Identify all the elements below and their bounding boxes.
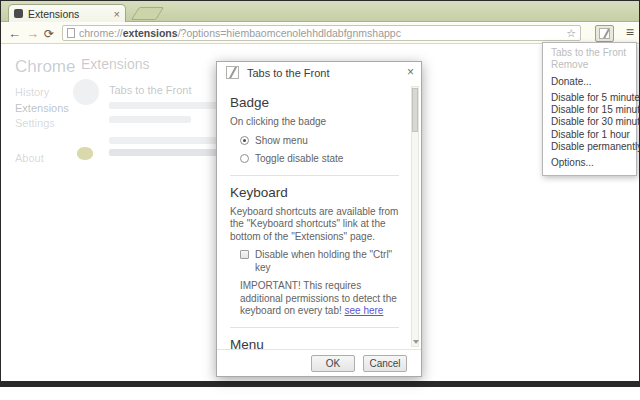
tabs-to-front-icon	[226, 66, 239, 79]
dialog-footer: OK Cancel	[217, 349, 421, 376]
page-icon	[67, 28, 75, 38]
radio-toggle-label: Toggle disable state	[255, 153, 343, 166]
menu-item-donate[interactable]: Donate...	[543, 76, 636, 88]
menu-item-disable-15min[interactable]: Disable for 15 minutes	[543, 104, 636, 116]
badge-section-heading: Badge	[230, 95, 399, 110]
extensions-favicon-icon	[14, 9, 23, 18]
tabs-to-front-icon	[599, 28, 610, 39]
menu-item-options[interactable]: Options...	[543, 157, 636, 169]
checkbox-icon[interactable]	[240, 250, 249, 259]
chrome-menu-icon[interactable]: ≡	[626, 24, 634, 40]
menu-item-extension-title: Tabs to the Front	[543, 47, 636, 59]
url-host: extensions	[123, 27, 178, 39]
sidebar-item-history[interactable]: History	[15, 86, 49, 98]
extension-icon	[73, 79, 99, 105]
radio-toggle-disable[interactable]: Toggle disable state	[240, 153, 399, 166]
checkbox-disable-ctrl[interactable]: Disable when holding the "Ctrl" key	[240, 249, 399, 274]
sidebar-item-extensions[interactable]: Extensions	[15, 102, 69, 114]
radio-icon[interactable]	[240, 154, 249, 163]
dialog-title: Tabs to the Front	[247, 67, 330, 79]
dialog-body: Badge On clicking the badge Show menu To…	[217, 84, 421, 349]
menu-item-disable-1hour[interactable]: Disable for 1 hour	[543, 129, 636, 141]
section-divider	[230, 175, 399, 176]
badge-label: On clicking the badge	[230, 116, 399, 129]
sidebar-title: Chrome	[15, 57, 75, 77]
options-dialog: Tabs to the Front × Badge On clicking th…	[216, 61, 422, 377]
menu-item-disable-5min[interactable]: Disable for 5 minutes	[543, 92, 636, 104]
menu-item-remove[interactable]: Remove	[543, 59, 636, 71]
sidebar-item-about[interactable]: About	[15, 152, 44, 164]
menu-item-disable-permanently[interactable]: Disable permanently	[543, 141, 636, 153]
section-divider	[230, 327, 399, 328]
scrollbar-thumb[interactable]	[412, 88, 418, 132]
menu-section-heading: Menu	[230, 337, 399, 350]
browser-toolbar: ← → ⟳ chrome://extensions/?options=hiemb…	[1, 23, 639, 44]
tab-title: Extensions	[28, 8, 114, 20]
url-text[interactable]: chrome://extensions/?options=hiembaomcen…	[79, 27, 562, 39]
cancel-button[interactable]: Cancel	[363, 355, 407, 372]
keyboard-section-heading: Keyboard	[230, 185, 399, 200]
new-tab-button[interactable]	[131, 7, 164, 20]
faded-text-line	[109, 149, 231, 156]
radio-show-menu[interactable]: Show menu	[240, 135, 399, 148]
see-here-link[interactable]: see here	[345, 305, 384, 316]
tab-extensions[interactable]: Extensions ×	[8, 4, 126, 22]
back-icon[interactable]: ←	[8, 25, 21, 42]
reload-icon[interactable]: ⟳	[44, 26, 54, 43]
dialog-scrollbar[interactable]	[411, 86, 419, 347]
menu-item-disable-30min[interactable]: Disable for 30 minutes	[543, 116, 636, 128]
url-scheme: chrome://	[79, 27, 123, 39]
dialog-header: Tabs to the Front ×	[217, 62, 421, 84]
sidebar-item-settings[interactable]: Settings	[15, 117, 55, 129]
bookmark-star-icon[interactable]: ☆	[566, 27, 576, 40]
radio-icon[interactable]	[240, 136, 249, 145]
close-icon[interactable]: ×	[407, 65, 414, 79]
keyboard-important-note: IMPORTANT! This requires additional perm…	[240, 280, 399, 318]
forward-icon[interactable]: →	[26, 25, 39, 42]
page-title: Extensions	[81, 56, 149, 72]
ok-button[interactable]: OK	[311, 355, 355, 372]
tab-strip: Extensions ×	[1, 1, 639, 22]
browser-window: Extensions × ← → ⟳ chrome://extensions/?…	[0, 0, 640, 387]
screenshot-root: Extensions × ← → ⟳ chrome://extensions/?…	[0, 0, 640, 400]
extension-action-button[interactable]	[595, 25, 614, 42]
radio-show-menu-label: Show menu	[255, 135, 308, 148]
tab-close-icon[interactable]: ×	[114, 9, 120, 19]
extension-icon	[77, 147, 93, 160]
omnibox[interactable]: chrome://extensions/?options=hiembaomcen…	[62, 25, 581, 41]
badge-dropdown-menu: Tabs to the Front Remove Donate... Disab…	[542, 42, 637, 176]
faded-text-line	[109, 116, 191, 123]
scrollbar-down-icon[interactable]	[413, 340, 419, 344]
keyboard-description: Keyboard shortcuts are available from th…	[230, 206, 399, 244]
extension-name: Tabs to the Front	[109, 84, 192, 96]
checkbox-disable-ctrl-label: Disable when holding the "Ctrl" key	[255, 249, 399, 274]
url-query: /?options=hiembaomcenolehhdldabfgnmshapp…	[178, 27, 401, 39]
